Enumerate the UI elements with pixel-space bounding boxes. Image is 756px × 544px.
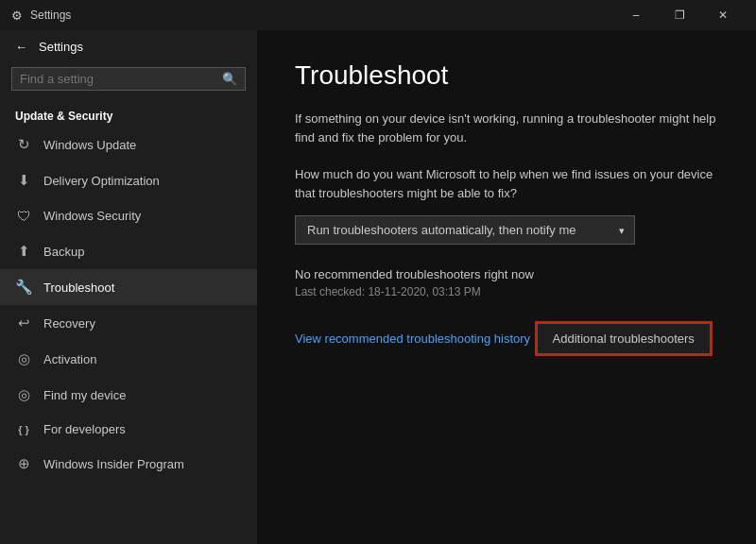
content-area: Troubleshoot If something on your device… — [257, 30, 756, 544]
search-icon: 🔍 — [222, 72, 237, 86]
sidebar-item-label: Find my device — [43, 388, 126, 402]
sidebar-item-windows-insider[interactable]: ⊕ Windows Insider Program — [0, 446, 257, 482]
titlebar-left: ⚙ Settings — [11, 8, 71, 23]
developers-icon: { } — [15, 424, 32, 435]
sidebar-item-recovery[interactable]: ↩ Recovery — [0, 305, 257, 341]
find-device-icon: ◎ — [15, 386, 32, 403]
sidebar-item-label: Recovery — [43, 316, 95, 331]
windows-update-icon: ↻ — [15, 136, 32, 153]
windows-security-icon: 🛡 — [15, 208, 32, 224]
delivery-optimization-icon: ⬇ — [15, 172, 32, 189]
last-checked-text: Last checked: 18-11-2020, 03:13 PM — [295, 285, 718, 298]
windows-insider-icon: ⊕ — [15, 455, 32, 472]
chevron-down-icon: ▾ — [619, 224, 625, 236]
maximize-button[interactable]: ❐ — [658, 0, 701, 30]
back-arrow-icon: ← — [15, 40, 27, 54]
sidebar-item-backup[interactable]: ⬆ Backup — [0, 233, 257, 269]
titlebar-controls: – ❐ ✕ — [614, 0, 745, 30]
sidebar-item-find-device[interactable]: ◎ Find my device — [0, 377, 257, 413]
troubleshoot-dropdown-wrapper: Run troubleshooters automatically, then … — [295, 215, 718, 245]
backup-icon: ⬆ — [15, 243, 32, 260]
sidebar-item-label: Windows Insider Program — [43, 457, 184, 471]
recovery-icon: ↩ — [15, 314, 32, 332]
troubleshoot-select[interactable]: Run troubleshooters automatically, then … — [307, 223, 610, 237]
sidebar-section-title: Update & Security — [0, 102, 257, 127]
troubleshoot-icon: 🔧 — [15, 279, 32, 296]
sidebar-item-windows-update[interactable]: ↻ Windows Update — [0, 127, 257, 162]
sidebar-item-for-developers[interactable]: { } For developers — [0, 413, 257, 446]
troubleshoot-dropdown[interactable]: Run troubleshooters automatically, then … — [295, 215, 635, 245]
sidebar-item-activation[interactable]: ◎ Activation — [0, 341, 257, 377]
sidebar-search-container: 🔍 — [11, 67, 246, 91]
sidebar: ← Settings 🔍 Update & Security ↻ Windows… — [0, 30, 257, 544]
sidebar-item-label: Windows Security — [43, 209, 141, 223]
sidebar-item-label: Troubleshoot — [43, 280, 114, 295]
minimize-button[interactable]: – — [614, 0, 658, 30]
additional-troubleshooters-wrapper: Additional troubleshooters — [535, 321, 713, 356]
sidebar-item-label: Delivery Optimization — [43, 174, 160, 188]
back-label: Settings — [39, 40, 83, 54]
search-input[interactable] — [20, 72, 222, 86]
sidebar-item-label: Windows Update — [43, 138, 136, 152]
sidebar-back-button[interactable]: ← Settings — [0, 30, 257, 63]
no-troubleshooters-text: No recommended troubleshooters right now — [295, 267, 718, 281]
activation-icon: ◎ — [15, 350, 32, 367]
sidebar-item-delivery-optimization[interactable]: ⬇ Delivery Optimization — [0, 162, 257, 198]
content-description: If something on your device isn't workin… — [295, 110, 718, 146]
titlebar: ⚙ Settings – ❐ ✕ — [0, 0, 756, 30]
content-question: How much do you want Microsoft to help w… — [295, 165, 718, 202]
sidebar-item-label: Activation — [43, 352, 96, 366]
additional-troubleshooters-button[interactable]: Additional troubleshooters — [537, 323, 711, 354]
main-layout: ← Settings 🔍 Update & Security ↻ Windows… — [0, 30, 756, 544]
sidebar-item-label: Backup — [43, 245, 84, 259]
settings-icon: ⚙ — [11, 8, 23, 23]
sidebar-item-label: For developers — [43, 422, 126, 436]
view-history-link[interactable]: View recommended troubleshooting history — [295, 332, 530, 346]
titlebar-title: Settings — [30, 8, 71, 22]
page-title: Troubleshoot — [295, 60, 718, 91]
sidebar-item-troubleshoot[interactable]: 🔧 Troubleshoot — [0, 269, 257, 305]
close-button[interactable]: ✕ — [701, 0, 745, 30]
sidebar-item-windows-security[interactable]: 🛡 Windows Security — [0, 198, 257, 233]
